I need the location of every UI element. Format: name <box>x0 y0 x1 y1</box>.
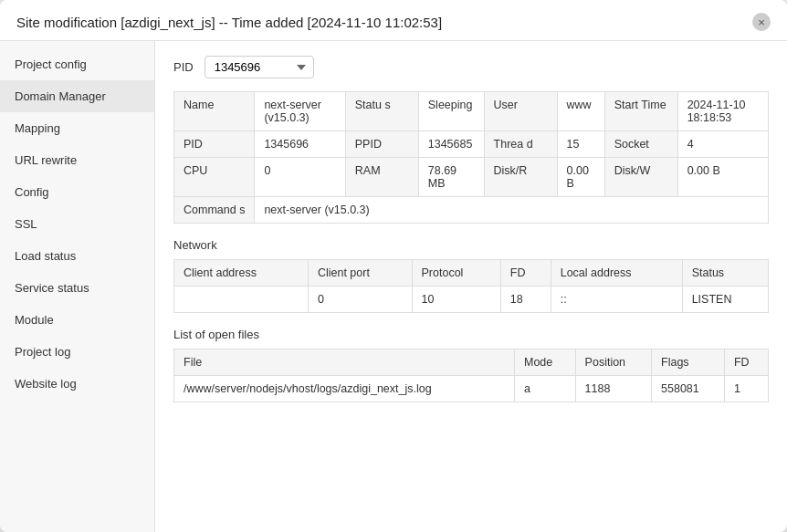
window-title: Site modification [azdigi_next_js] -- Ti… <box>16 15 442 30</box>
net-local-address: :: <box>551 287 682 313</box>
col-file: File <box>174 349 515 376</box>
network-row: 0 10 18 :: LISTEN <box>174 287 769 313</box>
sidebar-item-url-rewrite[interactable]: URL rewrite <box>0 144 154 176</box>
sidebar-item-load-status[interactable]: Load status <box>0 240 154 272</box>
pid-row-value: 1345696 <box>255 131 345 158</box>
net-protocol: 10 <box>412 287 500 313</box>
main-window: Site modification [azdigi_next_js] -- Ti… <box>0 0 787 532</box>
files-table: File Mode Position Flags FD /www/server/… <box>173 349 769 402</box>
net-client-port: 0 <box>308 287 412 313</box>
user-label: User <box>484 92 557 131</box>
sidebar-item-website-log[interactable]: Website log <box>0 368 154 400</box>
sidebar-item-project-log[interactable]: Project log <box>0 336 154 368</box>
table-row: CPU 0 RAM 78.69 MB Disk/R 0.00 B Disk/W … <box>174 158 769 197</box>
network-section-title: Network <box>173 238 769 252</box>
ram-value: 78.69 MB <box>418 158 484 197</box>
diskr-label: Disk/R <box>484 158 557 197</box>
table-row: Command s next-server (v15.0.3) <box>174 197 769 224</box>
sidebar-item-domain-manager[interactable]: Domain Manager <box>0 80 154 112</box>
col-protocol: Protocol <box>412 260 500 287</box>
content-area: PID 1345696 Name next-server (v15.0.3) S… <box>155 41 787 532</box>
title-bar: Site modification [azdigi_next_js] -- Ti… <box>0 0 787 41</box>
network-header-row: Client address Client port Protocol FD L… <box>174 260 769 287</box>
table-row: Name next-server (v15.0.3) Statu s Sleep… <box>174 92 769 131</box>
cpu-label: CPU <box>174 158 255 197</box>
sidebar-item-module[interactable]: Module <box>0 304 154 336</box>
col-client-port: Client port <box>308 260 412 287</box>
status-value: Sleeping <box>418 92 484 131</box>
thread-value: 15 <box>557 131 604 158</box>
pid-select[interactable]: 1345696 <box>205 56 314 78</box>
commands-value: next-server (v15.0.3) <box>255 197 769 224</box>
starttime-label: Start Time <box>604 92 677 131</box>
pid-label: PID <box>173 60 194 74</box>
status-label: Statu s <box>345 92 418 131</box>
ppid-value: 1345685 <box>418 131 484 158</box>
sidebar-item-mapping[interactable]: Mapping <box>0 112 154 144</box>
col-flags: Flags <box>652 349 725 376</box>
net-status: LISTEN <box>682 287 768 313</box>
file-position: 1188 <box>575 376 651 402</box>
col-mode: Mode <box>514 349 575 376</box>
col-position: Position <box>575 349 651 376</box>
starttime-value: 2024-11-10 18:18:53 <box>677 92 768 131</box>
pid-row: PID 1345696 <box>173 56 769 78</box>
thread-label: Threa d <box>484 131 557 158</box>
user-value: www <box>557 92 604 131</box>
name-value: next-server (v15.0.3) <box>255 92 345 131</box>
close-button[interactable]: × <box>752 13 771 31</box>
ppid-label: PPID <box>345 131 418 158</box>
diskr-value: 0.00 B <box>557 158 604 197</box>
file-mode: a <box>514 376 575 402</box>
sidebar-item-project-config[interactable]: Project config <box>0 48 154 80</box>
pid-row-label: PID <box>174 131 255 158</box>
col-fd: FD <box>500 260 551 287</box>
file-path: /www/server/nodejs/vhost/logs/azdigi_nex… <box>174 376 515 402</box>
table-row: PID 1345696 PPID 1345685 Threa d 15 Sock… <box>174 131 769 158</box>
socket-value: 4 <box>677 131 768 158</box>
socket-label: Socket <box>604 131 677 158</box>
sidebar: Project configDomain ManagerMappingURL r… <box>0 41 155 532</box>
body: Project configDomain ManagerMappingURL r… <box>0 41 787 532</box>
sidebar-item-ssl[interactable]: SSL <box>0 208 154 240</box>
col-fd2: FD <box>724 349 768 376</box>
name-label: Name <box>174 92 255 131</box>
file-flags: 558081 <box>652 376 725 402</box>
sidebar-item-config[interactable]: Config <box>0 176 154 208</box>
net-client-address <box>174 287 309 313</box>
sidebar-item-service-status[interactable]: Service status <box>0 272 154 304</box>
col-client-address: Client address <box>174 260 309 287</box>
commands-label: Command s <box>174 197 255 224</box>
diskw-value: 0.00 B <box>677 158 768 197</box>
net-fd: 18 <box>500 287 551 313</box>
file-fd: 1 <box>724 376 768 402</box>
cpu-value: 0 <box>255 158 345 197</box>
col-local-address: Local address <box>551 260 682 287</box>
process-info-table: Name next-server (v15.0.3) Statu s Sleep… <box>173 91 769 224</box>
files-header-row: File Mode Position Flags FD <box>174 349 769 376</box>
diskw-label: Disk/W <box>604 158 677 197</box>
ram-label: RAM <box>345 158 418 197</box>
files-section-title: List of open files <box>173 328 769 341</box>
files-row: /www/server/nodejs/vhost/logs/azdigi_nex… <box>174 376 769 402</box>
col-status: Status <box>682 260 768 287</box>
network-table: Client address Client port Protocol FD L… <box>173 259 769 313</box>
